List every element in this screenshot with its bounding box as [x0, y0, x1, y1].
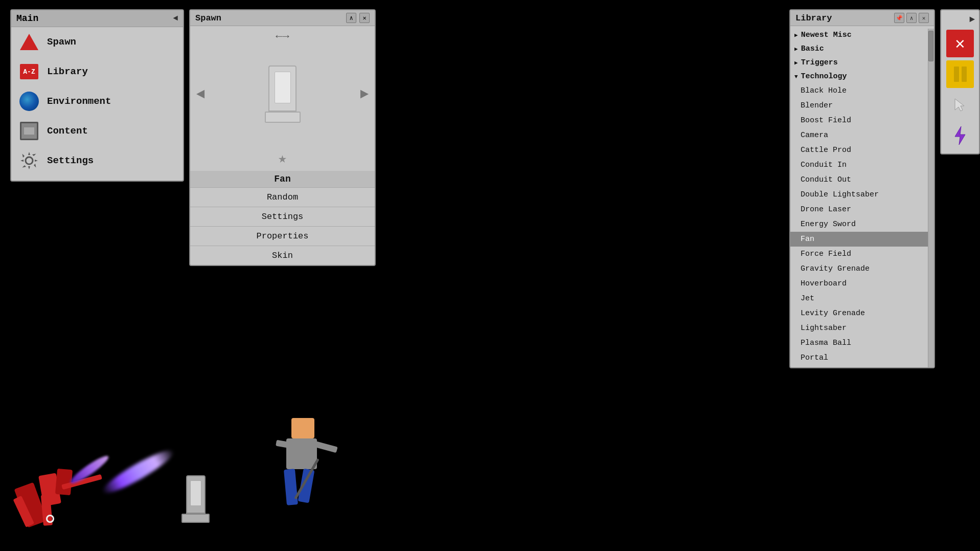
library-panel: Library 📌 ∧ ✕ ▶ Newest Misc ▶ Basic ▶ Tr…	[789, 9, 935, 368]
toolbar-cursor-btn[interactable]	[946, 91, 974, 119]
spawn-preview-area: ◄ ►	[190, 43, 375, 145]
spawn-icon	[18, 31, 40, 53]
tri-icon: ▶	[794, 59, 798, 66]
mech-left	[15, 444, 107, 525]
tri-down-icon: ▼	[794, 74, 798, 80]
lib-item-black-hole[interactable]: Black Hole	[790, 83, 934, 98]
sidebar-item-spawn[interactable]: Spawn	[11, 27, 183, 57]
x-icon: ✕	[955, 33, 965, 54]
lightning-icon	[951, 125, 969, 146]
tri-icon: ▶	[794, 46, 798, 52]
content-label: Content	[47, 125, 88, 137]
lib-category-technology[interactable]: ▼ Technology	[790, 70, 934, 83]
pause-icon	[954, 67, 967, 82]
category-label: Basic	[801, 45, 824, 53]
spawn-minimize-btn[interactable]: ∧	[346, 13, 356, 23]
main-panel-collapse-btn[interactable]: ◄	[173, 14, 178, 23]
lib-item-drone-laser[interactable]: Drone Laser	[790, 202, 934, 217]
lib-category-basic[interactable]: ▶ Basic	[790, 42, 934, 56]
fan-base	[265, 112, 301, 123]
fan-head	[268, 65, 297, 112]
spawn-titlebar-buttons: ∧ ✕	[346, 13, 370, 23]
spawn-name-bar: Fan	[190, 171, 375, 187]
library-minimize-btn[interactable]: ∧	[906, 13, 917, 23]
lib-item-conduit-in[interactable]: Conduit In	[790, 158, 934, 172]
spawn-title: Spawn	[195, 13, 221, 23]
environment-icon	[18, 91, 40, 112]
category-label: Technology	[801, 72, 847, 81]
spawn-horiz-arrows: ←→	[276, 30, 289, 43]
spawn-random-btn[interactable]: Random	[190, 187, 375, 207]
right-toolbar-collapse-btn[interactable]: ►	[941, 14, 979, 25]
spawn-titlebar: Spawn ∧ ✕	[190, 10, 375, 26]
right-toolbar: ► ✕	[940, 9, 980, 155]
lib-item-conduit-out[interactable]: Conduit Out	[790, 172, 934, 187]
lib-item-boost-field[interactable]: Boost Field	[790, 113, 934, 128]
sidebar-item-content[interactable]: Content	[11, 116, 183, 146]
lib-item-hoverboard[interactable]: Hoverboard	[790, 276, 934, 291]
spawn-nav-arrows: ←→	[190, 26, 375, 43]
toolbar-close-btn[interactable]: ✕	[946, 30, 974, 57]
lib-item-force-field[interactable]: Force Field	[790, 247, 934, 261]
main-panel-title-text: Main	[16, 13, 38, 24]
lib-item-camera[interactable]: Camera	[790, 128, 934, 143]
star-icon: ★	[278, 151, 287, 167]
lib-item-lightsaber[interactable]: Lightsaber	[790, 321, 934, 336]
library-titlebar-buttons: 📌 ∧ ✕	[894, 13, 929, 23]
main-panel-titlebar: Main ◄	[11, 10, 183, 27]
content-icon	[18, 120, 40, 142]
sidebar-item-settings[interactable]: Settings	[11, 146, 183, 175]
spawn-current-item: Fan	[274, 174, 290, 184]
spawn-star[interactable]: ★	[190, 145, 375, 171]
toolbar-lightning-btn[interactable]	[946, 122, 974, 149]
library-title: Library	[795, 13, 832, 23]
lib-item-double-lightsaber[interactable]: Double Lightsaber	[790, 187, 934, 202]
library-list: ▶ Newest Misc ▶ Basic ▶ Triggers ▼ Techn…	[790, 26, 934, 367]
spawn-properties-btn[interactable]: Properties	[190, 226, 375, 246]
svg-marker-1	[955, 99, 964, 111]
toolbar-pause-btn[interactable]	[946, 60, 974, 88]
tri-icon: ▶	[794, 32, 798, 38]
lib-item-blender[interactable]: Blender	[790, 98, 934, 113]
environment-label: Environment	[47, 96, 111, 107]
svg-point-0	[26, 157, 33, 164]
lib-category-triggers[interactable]: ▶ Triggers	[790, 56, 934, 70]
library-icon: A-Z	[18, 61, 40, 82]
library-titlebar: Library 📌 ∧ ✕	[790, 10, 934, 26]
sidebar-item-library[interactable]: A-Z Library	[11, 57, 183, 86]
lib-item-fan[interactable]: Fan	[790, 232, 934, 247]
spawn-settings-btn[interactable]: Settings	[190, 207, 375, 226]
library-label: Library	[47, 66, 88, 77]
main-panel: Main ◄ Spawn A-Z Library Environment Con…	[10, 9, 184, 182]
sidebar-item-environment[interactable]: Environment	[11, 86, 183, 116]
spawn-panel: Spawn ∧ ✕ ←→ ◄ ► ★ Fan Random Settings P…	[189, 9, 376, 266]
lib-item-gravity-grenade[interactable]: Gravity Grenade	[790, 261, 934, 276]
settings-label: Settings	[47, 155, 94, 166]
spawn-label: Spawn	[47, 36, 76, 48]
lib-item-portal[interactable]: Portal	[790, 350, 934, 365]
lib-item-cattle-prod[interactable]: Cattle Prod	[790, 143, 934, 158]
lib-item-jet[interactable]: Jet	[790, 291, 934, 306]
fan-preview	[265, 65, 301, 123]
settings-icon	[18, 150, 40, 171]
library-close-btn[interactable]: ✕	[919, 13, 929, 23]
stickman	[281, 418, 322, 520]
category-label: Triggers	[801, 58, 838, 67]
ground-fan	[181, 475, 210, 523]
spawn-right-arrow[interactable]: ►	[360, 86, 369, 102]
spawn-close-btn[interactable]: ✕	[359, 13, 370, 23]
library-scrollbar[interactable]	[928, 29, 934, 367]
svg-marker-2	[955, 126, 965, 145]
lib-category-newest-misc[interactable]: ▶ Newest Misc	[790, 28, 934, 42]
lib-item-energy-sword[interactable]: Energy Sword	[790, 217, 934, 232]
library-pin-btn[interactable]: 📌	[894, 13, 904, 23]
spawn-skin-btn[interactable]: Skin	[190, 246, 375, 265]
cursor-icon	[952, 97, 968, 113]
category-label: Newest Misc	[801, 31, 852, 39]
spawn-left-arrow[interactable]: ◄	[196, 86, 205, 102]
library-scrollbar-thumb[interactable]	[928, 31, 933, 61]
lib-item-plasma-ball[interactable]: Plasma Ball	[790, 336, 934, 350]
lib-item-levity-grenade[interactable]: Levity Grenade	[790, 306, 934, 321]
